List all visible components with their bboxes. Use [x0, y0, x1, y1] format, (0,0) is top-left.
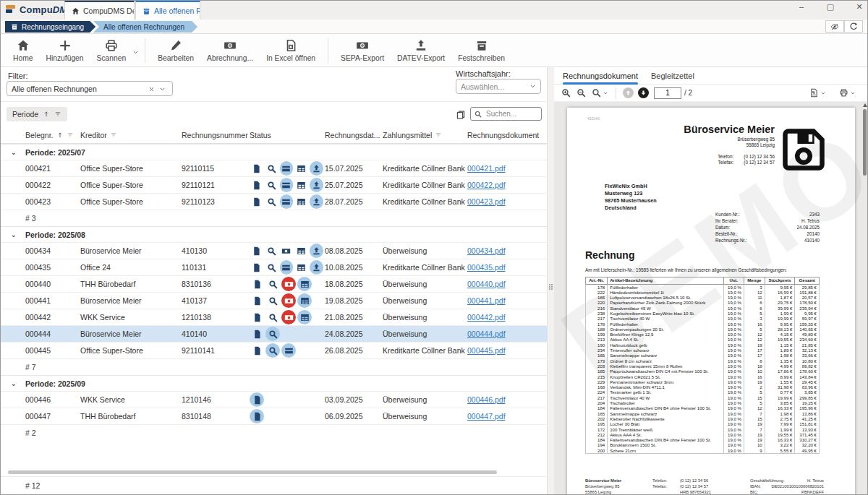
document-link[interactable]: 000422.pdf — [467, 181, 506, 189]
cell-rechnungsnummer: 92110141 — [182, 346, 250, 355]
post-button[interactable]: Festschreiben — [451, 35, 511, 66]
table-row[interactable]: 000445Office Super-Store9211014126.08.20… — [1, 343, 548, 359]
document-link[interactable]: 000447.pdf — [467, 412, 506, 421]
filter-icon[interactable] — [54, 111, 61, 118]
table-row[interactable]: 000421Office Super-Store9211011515.07.20… — [1, 160, 548, 177]
status-icons — [250, 310, 325, 324]
edit-button[interactable]: Bearbeiten — [151, 35, 200, 66]
billing-button[interactable]: Abrechnung... — [200, 35, 260, 66]
chevron-down-icon[interactable] — [157, 85, 168, 93]
column-header-rechnungsdokument[interactable]: Rechnungsdokument — [467, 131, 548, 139]
item-cell: 203 — [586, 363, 608, 369]
sort-ascending-icon[interactable] — [56, 132, 64, 139]
previous-page-button[interactable] — [623, 87, 634, 98]
window-tab-open-invoices[interactable]: Alle offenen Rechnungen — [135, 1, 200, 20]
document-link[interactable]: 000435.pdf — [467, 263, 506, 272]
column-header-zahlungsmittel[interactable]: Zahlungsmittel — [383, 131, 467, 139]
filter-icon[interactable] — [67, 132, 74, 139]
filter-combobox[interactable]: Alle offenen Rechnungen — [7, 81, 173, 96]
chevron-down-icon[interactable]: ⌄ — [11, 231, 25, 238]
document-link[interactable]: 000442.pdf — [467, 313, 506, 322]
item-cell: 191,88 € — [795, 290, 820, 295]
scrollbar-thumb[interactable] — [8, 470, 497, 474]
document-link[interactable]: 000446.pdf — [467, 395, 506, 404]
item-cell: 1,89 € — [765, 348, 795, 353]
filter-icon[interactable] — [435, 132, 442, 139]
footer-value: HRB 987654321 — [680, 489, 711, 495]
cell-rechnungsdokument: 000447.pdf — [467, 412, 548, 421]
table-row[interactable]: 000447THH Bürobedarf831014806.09.2025Übe… — [1, 408, 548, 425]
pdf-viewer[interactable]: DEMO 410140 Büroservice Meier Brüserberg… — [554, 102, 868, 495]
export-pdf-button[interactable] — [807, 87, 829, 100]
column-header-rechnungsdat-[interactable]: Rechnungsdat... — [325, 131, 383, 139]
zoom-mode-button[interactable] — [589, 87, 611, 100]
tab-rechnungsdokument[interactable]: Rechnungsdokument — [563, 67, 638, 85]
document-link[interactable]: 000423.pdf — [467, 197, 506, 206]
zoom-out-button[interactable] — [574, 88, 589, 98]
zoom-in-button[interactable] — [558, 88, 574, 98]
fiscal-year-select[interactable]: Auswählen... — [456, 79, 541, 94]
document-link[interactable]: 000440.pdf — [467, 280, 506, 288]
table-row[interactable]: 000444Büroservice Meier41014024.08.2025Ü… — [1, 326, 548, 343]
close-button[interactable]: ✕ — [854, 2, 864, 12]
chevron-down-icon[interactable]: ⌄ — [11, 380, 25, 387]
item-cell: 7,99 € — [765, 421, 795, 426]
scan-dropdown-button[interactable] — [132, 46, 139, 59]
table-row[interactable]: 000440THH Bürobedarf831013618.08.2025Übe… — [1, 276, 548, 293]
horizontal-scrollbar[interactable] — [1, 470, 548, 475]
item-cell: 100 Trennblätter weiß — [608, 427, 723, 432]
chevron-down-icon[interactable]: ⌄ — [11, 149, 25, 156]
table-row[interactable]: 000446WKK Service121014603.09.2025Überwe… — [1, 392, 548, 408]
invoice-item-row: 212Akkus AAA 4 St.19,0 %1919,55 €371,45 … — [586, 432, 820, 437]
table-row[interactable]: 000434Büroservice Meier41013008.08.2025Ü… — [1, 243, 548, 259]
breadcrumb-item-alle-offenen-rechnungen[interactable]: Alle offenen Rechnungen — [93, 21, 197, 33]
table-row[interactable]: 000441Büroservice Meier41013719.08.2025Ü… — [1, 293, 548, 309]
clear-filter-icon[interactable] — [146, 85, 157, 93]
datev-export-button[interactable]: DATEV-Export — [391, 35, 451, 66]
tab-begleitzettel[interactable]: Begleitzettel — [651, 67, 694, 85]
table-row[interactable]: 000442WKK Service121013821.08.2025Überwe… — [1, 309, 548, 326]
next-page-button[interactable] — [638, 87, 649, 98]
document-link[interactable]: 000441.pdf — [467, 296, 506, 305]
column-header-belegnr-[interactable]: Belegnr. — [25, 131, 80, 139]
document-link[interactable]: 000444.pdf — [467, 330, 506, 338]
hide-preview-button[interactable] — [825, 20, 844, 33]
cell-rechnungsdatum: 28.07.2025 — [325, 197, 383, 206]
status-booking-icon — [297, 310, 312, 324]
document-link[interactable]: 000434.pdf — [467, 246, 506, 255]
maximize-button[interactable]: ▢ — [825, 2, 835, 12]
filter-icon[interactable] — [110, 132, 117, 139]
open-in-excel-button[interactable]: In Excel öffnen — [260, 35, 322, 66]
group-header-row[interactable]: ⌄Periode: 2025/09 — [1, 375, 548, 392]
search-input[interactable] — [485, 109, 535, 119]
table-row[interactable]: 000435Office 2411013110.08.2025Kreditkar… — [1, 259, 548, 276]
group-header-row[interactable]: ⌄Periode: 2025/08 — [1, 226, 548, 243]
scan-button[interactable]: Scannen — [90, 35, 133, 66]
add-button[interactable]: Hinzufügen — [39, 35, 90, 66]
sepa-export-button[interactable]: SEPA-Export — [334, 35, 391, 66]
table-row[interactable]: 000422Office Super-Store9211012125.07.20… — [1, 177, 548, 194]
home-button[interactable]: Home — [7, 35, 39, 66]
column-header-status[interactable]: Status — [250, 131, 325, 139]
group-by-periode-chip[interactable]: Periode — [7, 107, 67, 121]
sort-ascending-icon[interactable] — [43, 111, 50, 118]
panel-splitter[interactable] — [548, 67, 554, 495]
scroll-up-icon[interactable] — [863, 103, 867, 107]
column-header-kreditor[interactable]: Kreditor — [80, 131, 182, 139]
column-header-rechnungsnummer[interactable]: Rechnungsnummer — [182, 131, 250, 139]
scrollbar-thumb[interactable] — [863, 109, 867, 176]
pdf-scrollbar[interactable] — [862, 103, 867, 494]
group-header-row[interactable]: ⌄Periode: 2025/07 — [1, 144, 548, 160]
grid-search-box[interactable] — [470, 107, 542, 121]
window-tab-home[interactable]: CompuDMS Demo — [64, 1, 135, 20]
document-link[interactable]: 000445.pdf — [467, 346, 506, 355]
column-chooser-button[interactable] — [456, 108, 466, 121]
page-number-input[interactable] — [654, 87, 681, 99]
document-link[interactable]: 000421.pdf — [467, 164, 506, 173]
breadcrumb-item-rechnungseingang[interactable]: Rechnungseingang — [5, 21, 95, 33]
print-button[interactable] — [836, 87, 859, 100]
minimize-button[interactable]: – — [796, 2, 807, 12]
footer-label: BIC: — [750, 489, 758, 495]
reset-layout-button[interactable] — [844, 20, 863, 33]
table-row[interactable]: 000423Office Super-Store9211012328.07.20… — [1, 194, 548, 210]
